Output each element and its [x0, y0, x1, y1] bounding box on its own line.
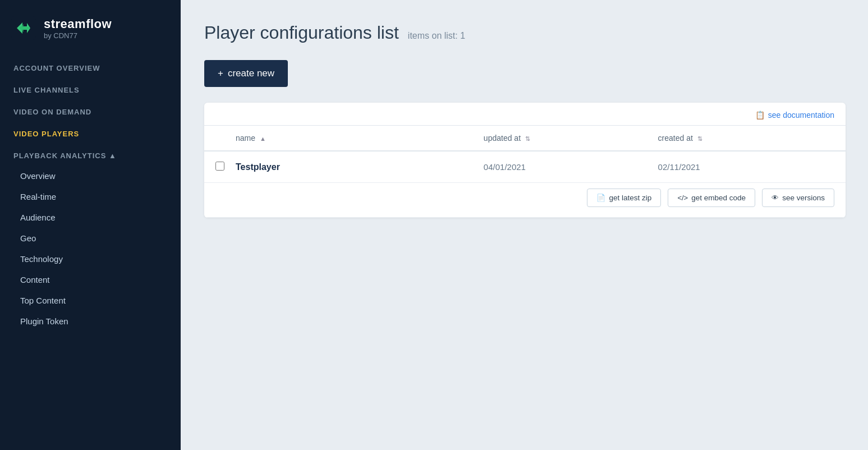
created-at-column-header[interactable]: created at ⇅ [647, 126, 846, 151]
table-row: Testplayer 04/01/2021 02/11/2021 [204, 151, 846, 183]
zip-icon: 📄 [596, 194, 605, 202]
plus-icon: + [218, 68, 223, 79]
row-checkbox-cell [204, 151, 224, 183]
see-versions-button[interactable]: 👁 see versions [762, 189, 834, 207]
eye-icon: 👁 [771, 194, 779, 202]
sort-both-icon-2: ⇅ [697, 135, 702, 142]
sidebar-sub-technology[interactable]: Technology [0, 249, 181, 269]
get-latest-zip-label: get latest zip [609, 194, 651, 202]
updated-at-column-header[interactable]: updated at ⇅ [472, 126, 647, 151]
sidebar-sub-audience[interactable]: Audience [0, 207, 181, 228]
table-body: Testplayer 04/01/2021 02/11/2021 📄 get l… [204, 151, 846, 218]
get-embed-code-label: get embed code [691, 194, 746, 202]
sidebar-sub-top-content[interactable]: Top Content [0, 290, 181, 311]
sidebar-sub-plugin-token[interactable]: Plugin Token [0, 311, 181, 332]
sidebar-item-video-on-demand[interactable]: VIDEO ON DEMAND [0, 100, 181, 122]
sidebar-sub-geo[interactable]: Geo [0, 228, 181, 249]
sidebar: streamflow by CDN77 ACCOUNT OVERVIEW LIV… [0, 0, 181, 450]
sidebar-item-live-channels[interactable]: LIVE CHANNELS [0, 78, 181, 100]
table-header: name ▲ updated at ⇅ created at ⇅ [204, 126, 846, 151]
player-configs-table: name ▲ updated at ⇅ created at ⇅ [204, 126, 846, 218]
logo-area[interactable]: streamflow by CDN77 [0, 0, 181, 56]
created-at-cell: 02/11/2021 [647, 151, 846, 183]
page-header: Player configurations list items on list… [204, 22, 846, 43]
sidebar-item-playback-analytics[interactable]: PLAYBACK ANALYTICS ▲ [0, 144, 181, 166]
sidebar-sub-realtime[interactable]: Real-time [0, 186, 181, 207]
select-all-col [204, 126, 224, 151]
sidebar-item-video-players[interactable]: VIDEO PLAYERS [0, 122, 181, 144]
page-title: Player configurations list [204, 22, 399, 43]
player-name: Testplayer [236, 162, 280, 172]
app-sub: by CDN77 [44, 31, 112, 40]
streamflow-logo-icon [11, 16, 36, 40]
player-name-cell: Testplayer [224, 151, 472, 183]
table-actions-cell: 📄 get latest zip </> get embed code 👁 se… [204, 183, 846, 218]
create-new-label: create new [228, 68, 274, 79]
updated-at-cell: 04/01/2021 [472, 151, 647, 183]
logo-text-area: streamflow by CDN77 [44, 17, 112, 40]
table-top-bar: 📋 see documentation [204, 103, 846, 126]
player-configs-table-card: 📋 see documentation name ▲ updated at ⇅ [204, 103, 846, 218]
sidebar-item-account-overview[interactable]: ACCOUNT OVERVIEW [0, 56, 181, 78]
create-new-button[interactable]: + create new [204, 60, 288, 87]
table-actions-row: 📄 get latest zip </> get embed code 👁 se… [204, 183, 846, 218]
app-name: streamflow [44, 17, 112, 31]
code-icon: </> [677, 194, 688, 202]
sort-both-icon: ⇅ [525, 135, 530, 142]
get-embed-code-button[interactable]: </> get embed code [668, 189, 755, 207]
main-content: Player configurations list items on list… [181, 0, 868, 450]
row-checkbox[interactable] [215, 162, 224, 171]
book-icon: 📋 [755, 111, 765, 120]
chevron-up-icon: ▲ [109, 151, 117, 160]
see-documentation-link[interactable]: 📋 see documentation [755, 111, 834, 120]
sidebar-sub-content[interactable]: Content [0, 269, 181, 290]
sort-asc-icon: ▲ [260, 135, 266, 142]
get-latest-zip-button[interactable]: 📄 get latest zip [587, 189, 661, 207]
items-count: items on list: 1 [408, 31, 465, 41]
name-column-header[interactable]: name ▲ [224, 126, 472, 151]
see-versions-label: see versions [782, 194, 825, 202]
sidebar-sub-overview[interactable]: Overview [0, 166, 181, 186]
